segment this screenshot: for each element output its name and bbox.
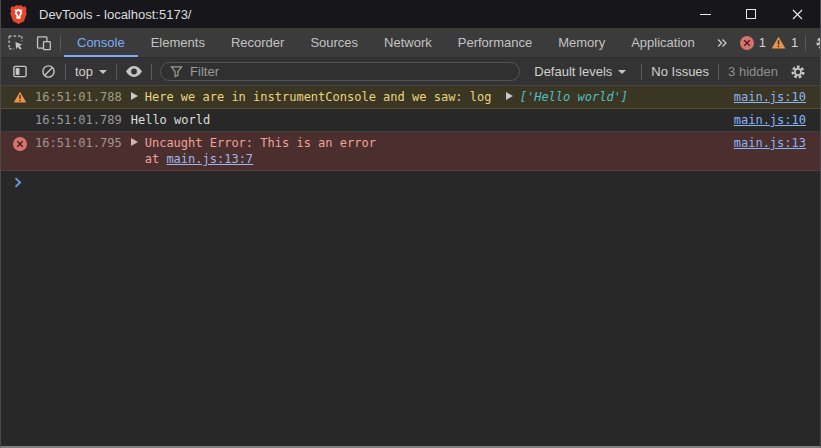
- toolbar-separator-3: [151, 64, 152, 80]
- filter-box[interactable]: [160, 62, 520, 81]
- create-live-expression-button[interactable]: [120, 65, 148, 78]
- inspect-cursor-icon: [7, 34, 24, 51]
- panel-tab-bar: Console Elements Recorder Sources Networ…: [1, 28, 820, 58]
- javascript-context-selector[interactable]: top: [69, 64, 113, 79]
- tab-recorder[interactable]: Recorder: [218, 28, 297, 57]
- console-toolbar: top Default levels No Issues 3 hidden: [1, 58, 820, 86]
- tab-performance[interactable]: Performance: [445, 28, 545, 57]
- device-toolbar-icon: [35, 34, 52, 51]
- tab-network[interactable]: Network: [371, 28, 445, 57]
- stack-frame-link[interactable]: main.js:13:7: [166, 152, 253, 166]
- console-settings-button[interactable]: [784, 64, 812, 80]
- devtools-window: DevTools - localhost:5173/ Con: [0, 0, 821, 448]
- more-tabs-button[interactable]: [708, 28, 736, 57]
- tabbar-separator: [60, 35, 61, 51]
- minimize-button[interactable]: [682, 0, 728, 28]
- prompt-chevron-icon: [14, 177, 22, 188]
- gear-icon: [815, 35, 821, 51]
- toolbar-separator: [65, 64, 66, 80]
- warning-message-text: Here we are in instrumentConsole and we …: [145, 90, 492, 104]
- expand-triangle-icon[interactable]: [506, 92, 513, 100]
- tab-application-label: Application: [631, 35, 695, 50]
- brave-logo-icon: [10, 5, 27, 24]
- source-link[interactable]: main.js:13: [724, 135, 806, 151]
- tab-network-label: Network: [384, 35, 432, 50]
- window-title: DevTools - localhost:5173/: [39, 7, 191, 22]
- warning-triangle-icon: [13, 91, 27, 103]
- close-icon: [792, 9, 803, 20]
- stack-trace-line: at main.js:13:7: [131, 151, 724, 167]
- tab-elements-label: Elements: [151, 35, 205, 50]
- error-circle-icon: [13, 137, 27, 151]
- issues-link[interactable]: No Issues: [651, 64, 709, 79]
- console-message-log: 16:51:01.789 Hello world main.js:10: [1, 109, 820, 132]
- inspect-element-button[interactable]: [1, 28, 29, 57]
- console-messages-pane: 16:51:01.788 Here we are in instrumentCo…: [1, 86, 820, 446]
- error-count-icon[interactable]: [740, 36, 754, 50]
- settings-button[interactable]: [809, 28, 821, 57]
- minimize-icon: [700, 14, 711, 15]
- tab-application[interactable]: Application: [618, 28, 708, 57]
- maximize-button[interactable]: [728, 0, 774, 28]
- filter-input[interactable]: [190, 64, 510, 79]
- console-message-warning: 16:51:01.788 Here we are in instrumentCo…: [1, 86, 820, 109]
- console-sidebar-toggle-button[interactable]: [6, 64, 34, 79]
- clear-console-button[interactable]: [34, 64, 62, 79]
- log-levels-dropdown[interactable]: Default levels: [528, 64, 632, 79]
- funnel-icon: [170, 65, 183, 78]
- tab-sources[interactable]: Sources: [297, 28, 371, 57]
- log-message-text: Hello world: [131, 113, 210, 127]
- tab-recorder-label: Recorder: [231, 35, 284, 50]
- expand-triangle-icon[interactable]: [131, 92, 138, 100]
- error-message-text: Uncaught Error: This is an error: [145, 136, 376, 150]
- tab-memory-label: Memory: [558, 35, 605, 50]
- tab-sources-label: Sources: [310, 35, 358, 50]
- array-preview: ['Hello world']: [520, 90, 628, 104]
- log-levels-label: Default levels: [534, 64, 612, 79]
- close-button[interactable]: [774, 0, 820, 28]
- warning-count[interactable]: 1: [791, 35, 798, 50]
- console-message-error: 16:51:01.795 Uncaught Error: This is an …: [1, 132, 820, 171]
- clear-icon: [41, 64, 56, 79]
- maximize-icon: [746, 9, 756, 19]
- tab-performance-label: Performance: [458, 35, 532, 50]
- tab-memory[interactable]: Memory: [545, 28, 618, 57]
- stack-at-label: at: [145, 152, 167, 166]
- tab-elements[interactable]: Elements: [138, 28, 218, 57]
- dock-panel-icon: [12, 64, 28, 79]
- tab-console[interactable]: Console: [64, 28, 138, 57]
- expand-triangle-icon[interactable]: [131, 138, 138, 146]
- tabbar-separator-2: [805, 35, 806, 51]
- title-bar: DevTools - localhost:5173/: [1, 0, 820, 28]
- source-link[interactable]: main.js:10: [724, 112, 806, 128]
- toolbar-separator-2: [116, 64, 117, 80]
- chevron-down-icon: [618, 70, 626, 74]
- double-chevron-right-icon: [715, 36, 729, 50]
- console-prompt[interactable]: [1, 171, 820, 194]
- gear-icon: [790, 64, 806, 80]
- warning-count-icon[interactable]: [771, 36, 786, 49]
- chevron-down-icon: [99, 70, 107, 74]
- timestamp: 16:51:01.789: [35, 112, 122, 128]
- toolbar-separator-5: [718, 64, 719, 80]
- context-label: top: [75, 64, 93, 79]
- eye-icon: [125, 65, 143, 78]
- tab-console-label: Console: [77, 35, 125, 50]
- timestamp: 16:51:01.795: [35, 135, 122, 151]
- toggle-device-toolbar-button[interactable]: [29, 28, 57, 57]
- timestamp: 16:51:01.788: [35, 89, 122, 105]
- hidden-messages-label[interactable]: 3 hidden: [728, 64, 778, 79]
- source-link[interactable]: main.js:10: [724, 89, 806, 105]
- toolbar-separator-4: [641, 64, 642, 80]
- error-count[interactable]: 1: [759, 35, 766, 50]
